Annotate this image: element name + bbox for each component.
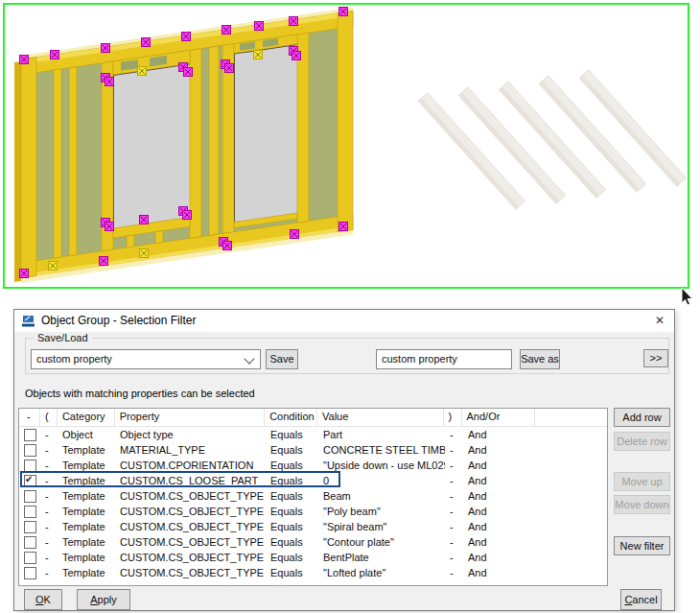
- expand-button[interactable]: >>: [643, 349, 668, 367]
- row-checkbox[interactable]: [24, 490, 36, 503]
- save-load-label: Save/Load: [34, 332, 92, 343]
- row-checkbox[interactable]: [24, 536, 36, 549]
- filter-name-input[interactable]: custom property: [376, 349, 512, 369]
- col-enable: -: [19, 409, 40, 426]
- col-condition: Condition: [265, 409, 317, 426]
- ok-button[interactable]: OK: [24, 589, 62, 610]
- table-row[interactable]: - Template CUSTOM.CS_OBJECT_TYPE Equals …: [19, 550, 607, 565]
- mouse-cursor: [682, 288, 692, 305]
- col-spacer: [535, 409, 607, 426]
- filter-dropdown-value: custom property: [36, 353, 112, 365]
- table-row[interactable]: - Template CUSTOM.CS_OBJECT_TYPE Equals …: [19, 504, 607, 519]
- row-checkbox[interactable]: [24, 567, 36, 579]
- col-open-paren: (: [40, 409, 58, 426]
- table-row-selected[interactable]: - Template CUSTOM.CS_LOOSE_PART Equals 0…: [19, 473, 607, 488]
- save-as-button[interactable]: Save as: [520, 349, 560, 369]
- dialog-description: Objects with matching properties can be …: [25, 388, 255, 399]
- loose-beams[interactable]: [418, 70, 686, 210]
- object-group-selection-filter-dialog: Object Group - Selection Filter ✕ Save/L…: [13, 309, 675, 611]
- window-opening-2: [234, 44, 297, 223]
- col-category: Category: [58, 409, 115, 426]
- wall-panel[interactable]: [14, 8, 353, 284]
- table-row[interactable]: - Template CUSTOM.CS_OBJECT_TYPE Equals …: [19, 565, 607, 580]
- delete-row-button[interactable]: Delete row: [614, 432, 670, 451]
- table-row[interactable]: - Object Object type Equals Part - And: [19, 427, 607, 442]
- dialog-title: Object Group - Selection Filter: [41, 314, 196, 327]
- move-up-button[interactable]: Move up: [614, 472, 670, 491]
- window-opening-1: [113, 63, 190, 228]
- row-checkbox[interactable]: [24, 475, 36, 487]
- row-checkbox[interactable]: [24, 460, 36, 472]
- row-checkbox[interactable]: [24, 552, 36, 564]
- table-row[interactable]: - Template CUSTOM.CS_OBJECT_TYPE Equals …: [19, 534, 607, 550]
- table-header: - ( Category Property Condition Value ) …: [19, 409, 607, 427]
- close-icon[interactable]: ✕: [645, 310, 674, 331]
- model-view[interactable]: [0, 0, 700, 307]
- save-button[interactable]: Save: [266, 349, 298, 369]
- new-filter-button[interactable]: New filter: [614, 536, 670, 555]
- filter-dropdown[interactable]: custom property: [31, 349, 261, 369]
- add-row-button[interactable]: Add row: [614, 408, 670, 427]
- table-row[interactable]: - Template CUSTOM.CS_OBJECT_TYPE Equals …: [19, 519, 607, 534]
- table-row[interactable]: - Template MATERIAL_TYPE Equals CONCRETE…: [19, 442, 607, 458]
- col-property: Property: [115, 409, 265, 426]
- table-row[interactable]: - Template CUSTOM.CPORIENTATION Equals "…: [19, 458, 607, 473]
- dialog-titlebar[interactable]: Object Group - Selection Filter ✕: [14, 310, 674, 332]
- col-value: Value: [317, 409, 444, 426]
- col-andor: And/Or: [462, 409, 536, 426]
- cancel-button[interactable]: Cancel: [620, 589, 662, 610]
- filter-rules-table[interactable]: - ( Category Property Condition Value ) …: [18, 408, 608, 586]
- chevron-down-icon: [244, 353, 254, 364]
- row-checkbox[interactable]: [24, 429, 36, 441]
- move-down-button[interactable]: Move down: [614, 495, 670, 514]
- row-checkbox[interactable]: [24, 521, 36, 533]
- tekla-object-group-icon: [22, 315, 35, 327]
- apply-button[interactable]: Apply: [77, 589, 130, 610]
- col-close-paren: ): [444, 409, 462, 426]
- row-checkbox[interactable]: [24, 444, 36, 457]
- table-row[interactable]: - Template CUSTOM.CS_OBJECT_TYPE Equals …: [19, 488, 607, 504]
- row-checkbox[interactable]: [24, 506, 36, 518]
